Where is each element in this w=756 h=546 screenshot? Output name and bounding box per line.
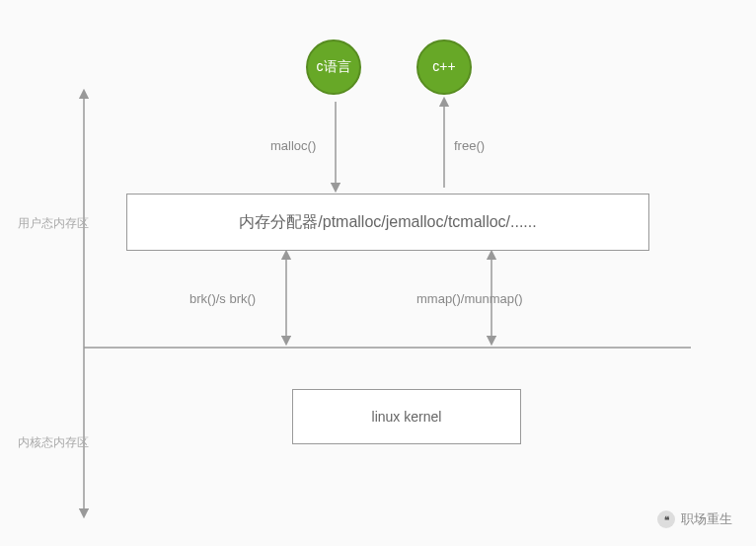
kernel-text: linux kernel <box>372 409 442 425</box>
mmap-label: mmap()/munmap() <box>416 291 523 306</box>
allocator-text: 内存分配器/ptmalloc/jemalloc/tcmalloc/...... <box>239 212 536 233</box>
brk-label: brk()/s brk() <box>189 291 256 306</box>
watermark-text: 职场重生 <box>681 510 732 528</box>
free-label: free() <box>454 138 485 153</box>
diagram-lines <box>0 0 756 546</box>
kernel-box: linux kernel <box>292 389 521 444</box>
c-language-node: c语言 <box>306 39 361 95</box>
cpp-label: c++ <box>432 59 455 74</box>
malloc-label: malloc() <box>270 138 316 153</box>
watermark: ❝ 职场重生 <box>657 510 732 528</box>
allocator-box: 内存分配器/ptmalloc/jemalloc/tcmalloc/...... <box>126 194 649 251</box>
c-language-label: c语言 <box>317 59 351 74</box>
user-zone-label: 用户态内存区 <box>18 215 89 232</box>
wechat-icon: ❝ <box>657 510 675 528</box>
cpp-node: c++ <box>416 39 472 95</box>
kernel-zone-label: 内核态内存区 <box>18 434 89 451</box>
